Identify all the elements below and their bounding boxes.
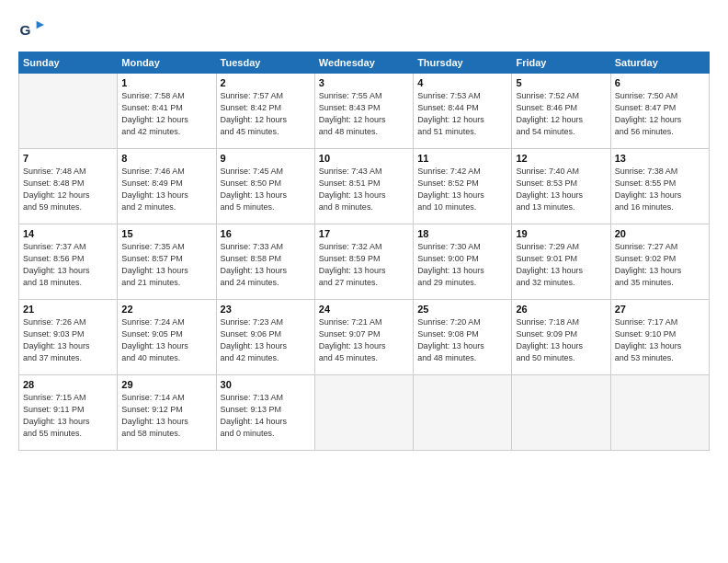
day-info: Sunrise: 7:26 AM Sunset: 9:03 PM Dayligh…	[23, 316, 113, 364]
weekday-header-row: SundayMondayTuesdayWednesdayThursdayFrid…	[19, 52, 710, 74]
day-info: Sunrise: 7:14 AM Sunset: 9:12 PM Dayligh…	[121, 392, 211, 440]
week-row-5: 28Sunrise: 7:15 AM Sunset: 9:11 PM Dayli…	[19, 375, 710, 451]
day-info: Sunrise: 7:21 AM Sunset: 9:07 PM Dayligh…	[319, 316, 409, 364]
day-number: 28	[23, 379, 113, 390]
calendar-cell: 12Sunrise: 7:40 AM Sunset: 8:53 PM Dayli…	[512, 149, 610, 224]
weekday-header-friday: Friday	[512, 52, 610, 74]
calendar-cell: 26Sunrise: 7:18 AM Sunset: 9:09 PM Dayli…	[512, 300, 610, 375]
day-info: Sunrise: 7:17 AM Sunset: 9:10 PM Dayligh…	[615, 316, 705, 364]
day-number: 26	[516, 304, 606, 315]
calendar-cell: 27Sunrise: 7:17 AM Sunset: 9:10 PM Dayli…	[610, 300, 709, 375]
calendar-cell: 29Sunrise: 7:14 AM Sunset: 9:12 PM Dayli…	[118, 375, 216, 451]
day-number: 23	[221, 304, 311, 315]
calendar-cell: 13Sunrise: 7:38 AM Sunset: 8:55 PM Dayli…	[610, 149, 709, 224]
calendar-cell: 23Sunrise: 7:23 AM Sunset: 9:06 PM Dayli…	[216, 300, 314, 375]
day-number: 9	[221, 153, 311, 164]
calendar-cell: 7Sunrise: 7:48 AM Sunset: 8:48 PM Daylig…	[19, 149, 118, 224]
calendar-cell: 4Sunrise: 7:53 AM Sunset: 8:44 PM Daylig…	[414, 74, 512, 149]
calendar-cell: 25Sunrise: 7:20 AM Sunset: 9:08 PM Dayli…	[414, 300, 512, 375]
calendar-cell: 16Sunrise: 7:33 AM Sunset: 8:58 PM Dayli…	[216, 224, 314, 300]
day-info: Sunrise: 7:52 AM Sunset: 8:46 PM Dayligh…	[516, 90, 606, 138]
calendar-cell: 15Sunrise: 7:35 AM Sunset: 8:57 PM Dayli…	[118, 224, 216, 300]
week-row-3: 14Sunrise: 7:37 AM Sunset: 8:56 PM Dayli…	[19, 224, 710, 300]
day-number: 12	[516, 153, 606, 164]
calendar-cell: 8Sunrise: 7:46 AM Sunset: 8:49 PM Daylig…	[118, 149, 216, 224]
day-number: 21	[23, 304, 113, 315]
weekday-header-thursday: Thursday	[414, 52, 512, 74]
day-number: 3	[319, 77, 409, 88]
day-number: 11	[417, 153, 507, 164]
calendar-cell: 20Sunrise: 7:27 AM Sunset: 9:02 PM Dayli…	[610, 224, 709, 300]
day-number: 16	[221, 228, 311, 239]
day-info: Sunrise: 7:18 AM Sunset: 9:09 PM Dayligh…	[516, 316, 606, 364]
day-number: 13	[615, 153, 705, 164]
calendar-cell: 21Sunrise: 7:26 AM Sunset: 9:03 PM Dayli…	[19, 300, 118, 375]
calendar-cell	[610, 375, 709, 451]
svg-text:G: G	[19, 22, 30, 38]
day-number: 18	[417, 228, 507, 239]
page: G SundayMondayTuesdayWednesdayThursdayFr…	[0, 0, 728, 563]
day-number: 27	[615, 304, 705, 315]
day-number: 25	[417, 304, 507, 315]
calendar-cell: 9Sunrise: 7:45 AM Sunset: 8:50 PM Daylig…	[216, 149, 314, 224]
day-info: Sunrise: 7:40 AM Sunset: 8:53 PM Dayligh…	[516, 166, 606, 213]
day-info: Sunrise: 7:37 AM Sunset: 8:56 PM Dayligh…	[23, 241, 113, 289]
day-number: 30	[221, 379, 311, 390]
logo-icon: G	[18, 18, 44, 44]
day-info: Sunrise: 7:55 AM Sunset: 8:43 PM Dayligh…	[319, 90, 409, 138]
day-number: 29	[121, 379, 211, 390]
day-info: Sunrise: 7:15 AM Sunset: 9:11 PM Dayligh…	[23, 392, 113, 440]
week-row-2: 7Sunrise: 7:48 AM Sunset: 8:48 PM Daylig…	[19, 149, 710, 224]
day-info: Sunrise: 7:20 AM Sunset: 9:08 PM Dayligh…	[417, 316, 507, 364]
header: G	[18, 18, 710, 44]
calendar-cell: 3Sunrise: 7:55 AM Sunset: 8:43 PM Daylig…	[314, 74, 413, 149]
day-number: 2	[221, 77, 311, 88]
calendar-cell: 24Sunrise: 7:21 AM Sunset: 9:07 PM Dayli…	[314, 300, 413, 375]
day-info: Sunrise: 7:30 AM Sunset: 9:00 PM Dayligh…	[417, 241, 507, 289]
calendar-cell: 14Sunrise: 7:37 AM Sunset: 8:56 PM Dayli…	[19, 224, 118, 300]
day-info: Sunrise: 7:32 AM Sunset: 8:59 PM Dayligh…	[319, 241, 409, 289]
day-info: Sunrise: 7:42 AM Sunset: 8:52 PM Dayligh…	[417, 166, 507, 213]
weekday-header-saturday: Saturday	[610, 52, 709, 74]
day-info: Sunrise: 7:43 AM Sunset: 8:51 PM Dayligh…	[319, 166, 409, 213]
day-number: 15	[121, 228, 211, 239]
day-number: 20	[615, 228, 705, 239]
calendar-cell: 28Sunrise: 7:15 AM Sunset: 9:11 PM Dayli…	[19, 375, 118, 451]
day-info: Sunrise: 7:53 AM Sunset: 8:44 PM Dayligh…	[417, 90, 507, 138]
weekday-header-wednesday: Wednesday	[314, 52, 413, 74]
day-info: Sunrise: 7:35 AM Sunset: 8:57 PM Dayligh…	[121, 241, 211, 289]
day-info: Sunrise: 7:48 AM Sunset: 8:48 PM Dayligh…	[23, 166, 113, 213]
calendar-cell	[19, 74, 118, 149]
calendar-cell	[512, 375, 610, 451]
day-info: Sunrise: 7:29 AM Sunset: 9:01 PM Dayligh…	[516, 241, 606, 289]
calendar-cell: 2Sunrise: 7:57 AM Sunset: 8:42 PM Daylig…	[216, 74, 314, 149]
calendar-cell: 22Sunrise: 7:24 AM Sunset: 9:05 PM Dayli…	[118, 300, 216, 375]
day-number: 8	[121, 153, 211, 164]
calendar-cell: 1Sunrise: 7:58 AM Sunset: 8:41 PM Daylig…	[118, 74, 216, 149]
calendar-cell: 18Sunrise: 7:30 AM Sunset: 9:00 PM Dayli…	[414, 224, 512, 300]
calendar-cell	[414, 375, 512, 451]
calendar-cell: 19Sunrise: 7:29 AM Sunset: 9:01 PM Dayli…	[512, 224, 610, 300]
calendar-table: SundayMondayTuesdayWednesdayThursdayFrid…	[18, 52, 710, 451]
day-info: Sunrise: 7:45 AM Sunset: 8:50 PM Dayligh…	[221, 166, 311, 213]
calendar-cell: 6Sunrise: 7:50 AM Sunset: 8:47 PM Daylig…	[610, 74, 709, 149]
day-number: 4	[417, 77, 507, 88]
day-info: Sunrise: 7:24 AM Sunset: 9:05 PM Dayligh…	[121, 316, 211, 364]
day-info: Sunrise: 7:23 AM Sunset: 9:06 PM Dayligh…	[221, 316, 311, 364]
day-number: 24	[319, 304, 409, 315]
day-number: 19	[516, 228, 606, 239]
day-info: Sunrise: 7:33 AM Sunset: 8:58 PM Dayligh…	[221, 241, 311, 289]
day-number: 1	[121, 77, 211, 88]
week-row-1: 1Sunrise: 7:58 AM Sunset: 8:41 PM Daylig…	[19, 74, 710, 149]
weekday-header-sunday: Sunday	[19, 52, 118, 74]
day-number: 7	[23, 153, 113, 164]
day-info: Sunrise: 7:50 AM Sunset: 8:47 PM Dayligh…	[615, 90, 705, 138]
calendar-body: 1Sunrise: 7:58 AM Sunset: 8:41 PM Daylig…	[19, 74, 710, 451]
day-number: 10	[319, 153, 409, 164]
day-info: Sunrise: 7:46 AM Sunset: 8:49 PM Dayligh…	[121, 166, 211, 213]
week-row-4: 21Sunrise: 7:26 AM Sunset: 9:03 PM Dayli…	[19, 300, 710, 375]
calendar-cell	[314, 375, 413, 451]
calendar-cell: 10Sunrise: 7:43 AM Sunset: 8:51 PM Dayli…	[314, 149, 413, 224]
day-number: 17	[319, 228, 409, 239]
day-number: 5	[516, 77, 606, 88]
